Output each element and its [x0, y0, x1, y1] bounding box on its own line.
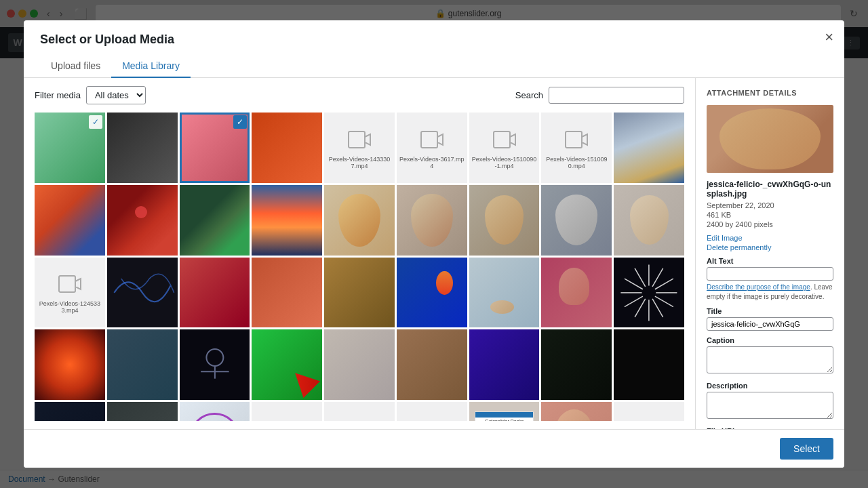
- media-item-selected[interactable]: ✓: [180, 113, 250, 183]
- media-item[interactable]: [469, 258, 540, 328]
- media-item[interactable]: [107, 185, 178, 256]
- media-item-file[interactable]: [397, 402, 467, 421]
- modal-tabs: Upload files Media Library: [40, 55, 828, 77]
- search-label: Search: [515, 90, 543, 100]
- media-item[interactable]: [252, 329, 322, 400]
- media-item[interactable]: [541, 185, 612, 256]
- check-mark-light: ✓: [89, 115, 102, 129]
- media-item[interactable]: [614, 185, 684, 256]
- svg-rect-1: [421, 131, 437, 148]
- caption-label: Caption: [707, 336, 833, 344]
- edit-image-link[interactable]: Edit Image: [707, 234, 833, 242]
- modal-header: Select or Upload Media × Upload files Me…: [24, 20, 844, 78]
- details-heading: ATTACHMENT DETAILS: [707, 89, 833, 97]
- delete-permanently-link[interactable]: Delete permanently: [707, 243, 833, 251]
- media-item[interactable]: [252, 113, 322, 183]
- describe-link[interactable]: Describe the purpose of the image: [707, 283, 810, 291]
- search-input[interactable]: [549, 87, 684, 104]
- modal-footer: Select: [24, 429, 844, 468]
- media-item[interactable]: [541, 402, 612, 421]
- media-item[interactable]: [541, 329, 612, 400]
- svg-rect-4: [59, 276, 75, 292]
- media-item-file[interactable]: [324, 402, 395, 421]
- media-item[interactable]: [107, 402, 178, 421]
- media-item[interactable]: [614, 329, 684, 400]
- media-item[interactable]: [324, 329, 395, 400]
- title-input[interactable]: [707, 317, 833, 331]
- media-item[interactable]: [252, 185, 322, 256]
- svg-rect-3: [566, 131, 582, 148]
- tab-upload[interactable]: Upload files: [40, 55, 111, 78]
- media-item[interactable]: [397, 185, 467, 256]
- media-item[interactable]: [35, 402, 105, 421]
- media-grid-container[interactable]: ✓ ✓: [35, 113, 684, 421]
- alt-text-input[interactable]: [707, 267, 833, 281]
- media-item[interactable]: [324, 258, 395, 328]
- media-item[interactable]: [107, 329, 178, 400]
- media-item[interactable]: [397, 329, 467, 400]
- video-icon: [491, 126, 518, 153]
- attachment-details-panel: ATTACHMENT DETAILS jessica-felicio-_cvwX…: [695, 78, 844, 429]
- media-item-video[interactable]: Pexels-Videos-1510090-1.mp4: [469, 113, 540, 183]
- video-filename: Pexels-Videos-3617.mp4: [397, 156, 467, 169]
- modal-overlay: Select or Upload Media × Upload files Me…: [0, 0, 868, 488]
- media-item[interactable]: Gutenslider Rocks: [469, 402, 540, 421]
- video-icon: [56, 270, 83, 298]
- svg-line-16: [635, 268, 646, 287]
- svg-line-10: [652, 298, 663, 317]
- media-item[interactable]: [180, 258, 250, 328]
- media-item[interactable]: [469, 185, 540, 256]
- media-item[interactable]: [324, 185, 395, 256]
- filter-row: Filter media All dates Search: [35, 86, 684, 104]
- video-filename: Pexels-Videos-1245333.mp4: [35, 300, 105, 314]
- tab-media-library[interactable]: Media Library: [111, 55, 191, 78]
- media-item[interactable]: [469, 329, 540, 400]
- filter-dates-select[interactable]: All dates: [86, 86, 146, 104]
- media-item-video[interactable]: Pexels-Videos-1433307.mp4: [324, 113, 395, 183]
- media-item[interactable]: [107, 258, 178, 328]
- media-item-file[interactable]: [252, 402, 322, 421]
- svg-line-6: [652, 268, 663, 287]
- video-filename: Pexels-Videos-1510090-1.mp4: [469, 156, 540, 169]
- media-item-file[interactable]: [614, 402, 684, 421]
- describe-text: Describe the purpose of the image. Leave…: [707, 283, 833, 302]
- media-modal: Select or Upload Media × Upload files Me…: [24, 20, 844, 468]
- details-date: September 22, 2020: [707, 201, 833, 209]
- caption-textarea[interactable]: [707, 346, 833, 373]
- svg-line-12: [635, 298, 646, 317]
- svg-line-7: [655, 279, 673, 289]
- media-item[interactable]: ✓: [35, 113, 105, 183]
- media-item[interactable]: [180, 329, 250, 400]
- media-panel: Filter media All dates Search: [24, 78, 695, 429]
- alt-text-label: Alt Text: [707, 257, 833, 265]
- svg-line-15: [625, 279, 643, 289]
- media-item-video[interactable]: Pexels-Videos-1245333.mp4: [35, 258, 105, 328]
- description-label: Description: [707, 382, 833, 390]
- media-item[interactable]: [35, 329, 105, 400]
- media-item[interactable]: [35, 185, 105, 256]
- media-item[interactable]: [397, 258, 467, 328]
- details-thumbnail: [707, 105, 833, 173]
- description-textarea[interactable]: [707, 392, 833, 419]
- filter-group: Filter media All dates: [35, 86, 146, 104]
- media-item[interactable]: [614, 258, 684, 328]
- check-mark-blue: ✓: [233, 115, 247, 129]
- media-item[interactable]: [541, 258, 612, 328]
- video-icon: [563, 126, 590, 153]
- media-item-video[interactable]: Pexels-Videos-1510090.mp4: [541, 113, 612, 183]
- select-button[interactable]: Select: [780, 438, 833, 460]
- svg-rect-2: [494, 131, 510, 148]
- media-item[interactable]: [252, 258, 322, 328]
- media-item[interactable]: [614, 113, 684, 183]
- svg-point-17: [206, 349, 223, 366]
- svg-rect-0: [349, 131, 365, 148]
- video-icon: [418, 126, 446, 153]
- media-item[interactable]: [180, 185, 250, 256]
- video-filename: Pexels-Videos-1510090.mp4: [541, 156, 612, 169]
- media-item-video[interactable]: Pexels-Videos-3617.mp4: [397, 113, 467, 183]
- modal-close-button[interactable]: ×: [825, 30, 833, 45]
- details-size: 461 KB: [707, 211, 833, 219]
- media-item[interactable]: [107, 113, 178, 183]
- media-item[interactable]: [180, 402, 250, 421]
- details-filename: jessica-felicio-_cvwXhGqG-o-unsplash.jpg: [707, 180, 833, 199]
